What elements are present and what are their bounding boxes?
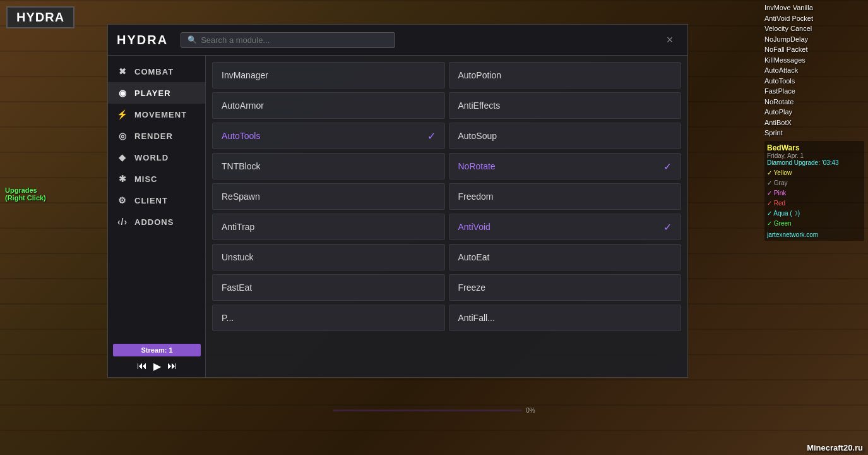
sidebar-item-render[interactable]: ◎RENDER: [108, 125, 205, 147]
module-item[interactable]: FastEat: [212, 274, 445, 301]
chat-line: AutoPlay: [764, 107, 864, 118]
stream-prev-button[interactable]: ⏮: [137, 360, 147, 372]
check-icon: ✓: [663, 161, 672, 173]
module-name: AntiTrap: [222, 222, 254, 232]
stream-next-button[interactable]: ⏭: [167, 360, 177, 372]
chat-line: AutoTools: [764, 76, 864, 87]
client-icon: ⚙: [117, 195, 128, 205]
module-item[interactable]: AntiTrap: [212, 214, 445, 240]
module-item[interactable]: Freeze: [449, 274, 682, 301]
right-hud: InvMove VanillaAntiVoid PocketVelocity C…: [761, 0, 868, 243]
module-item[interactable]: P...: [212, 305, 445, 331]
render-icon: ◎: [117, 131, 128, 141]
sidebar-item-label-client: CLIENT: [134, 196, 168, 205]
sidebar-item-label-player: PLAYER: [134, 88, 171, 98]
module-item[interactable]: ReSpawn: [212, 183, 445, 210]
chat-line: KillMessages: [764, 55, 864, 66]
module-item[interactable]: AutoArmor: [212, 92, 445, 119]
modules-content: InvManagerAutoPotionAutoArmorAntiEffects…: [206, 56, 687, 377]
chat-line: NoFall Packet: [764, 44, 864, 55]
sidebar-item-label-misc: MISC: [134, 174, 158, 184]
module-name: AutoSoup: [458, 131, 497, 141]
module-name: Freeze: [458, 282, 486, 293]
module-item[interactable]: NoRotate✓: [449, 153, 682, 179]
module-name: AntiFall...: [458, 313, 495, 323]
module-item[interactable]: AntiFall...: [449, 305, 682, 331]
hud-url: jartexnetwork.com: [767, 231, 862, 238]
module-item[interactable]: AutoSoup: [449, 123, 682, 149]
sidebar-item-world[interactable]: ◆WORLD: [108, 147, 205, 168]
sidebar-item-addons[interactable]: ‹/›ADDONS: [108, 211, 205, 233]
bottom-bar: 0%: [0, 408, 868, 412]
sidebar-item-misc[interactable]: ✱MISC: [108, 168, 205, 190]
close-button[interactable]: ×: [661, 31, 679, 49]
color-list-item: ✓ Yellow: [767, 168, 862, 178]
module-name: InvManager: [222, 70, 268, 80]
module-name: AutoTools: [222, 131, 260, 141]
sidebar-item-label-movement: MOVEMENT: [134, 110, 187, 119]
combat-icon: ✖: [117, 66, 128, 76]
stream-play-button[interactable]: ▶: [153, 360, 161, 372]
movement-icon: ⚡: [117, 109, 128, 119]
color-list-item: ✓ Red: [767, 198, 862, 209]
mc-watermark: Minecraft20.ru: [807, 443, 863, 452]
addons-icon: ‹/›: [117, 217, 128, 227]
module-item[interactable]: TNTBlock: [212, 153, 445, 179]
module-name: NoRotate: [458, 161, 496, 171]
sidebar-item-label-addons: ADDONS: [134, 217, 174, 227]
module-item[interactable]: InvManager: [212, 62, 445, 88]
panel-title: HYDRA: [117, 33, 168, 47]
module-item[interactable]: Freedom: [449, 183, 682, 210]
stream-controls: ⏮ ▶ ⏭: [113, 360, 201, 372]
progress-label: 0%: [526, 407, 535, 414]
module-name: AutoEat: [458, 252, 490, 262]
chat-line: InvMove Vanilla: [764, 3, 864, 13]
color-list-item: ✓ Green: [767, 219, 862, 229]
world-icon: ◆: [117, 152, 128, 162]
module-item[interactable]: Unstuck: [212, 244, 445, 270]
sidebar-item-client[interactable]: ⚙CLIENT: [108, 190, 205, 211]
stream-button[interactable]: Stream: 1: [113, 344, 201, 356]
module-item[interactable]: AutoTools✓: [212, 123, 445, 149]
sidebar: ✖COMBAT◉PLAYER⚡MOVEMENT◎RENDER◆WORLD✱MIS…: [108, 56, 206, 377]
panel-body: ✖COMBAT◉PLAYER⚡MOVEMENT◎RENDER◆WORLD✱MIS…: [108, 56, 687, 377]
chat-line: AntiVoid Pocket: [764, 13, 864, 24]
module-name: Unstuck: [222, 252, 254, 262]
module-name: P...: [222, 313, 234, 323]
sidebar-item-player[interactable]: ◉PLAYER: [108, 82, 205, 104]
chat-line: NoJumpDelay: [764, 34, 864, 45]
module-item[interactable]: AntiVoid✓: [449, 214, 682, 240]
progress-track: [333, 410, 522, 411]
hud-title: BedWars: [767, 143, 862, 152]
module-name: AntiVoid: [458, 222, 490, 232]
hud-box: BedWars Friday, Apr. 1 Diamond Upgrade: …: [764, 141, 864, 241]
left-hud: Upgrades (Right Click): [5, 186, 46, 202]
chat-line: Velocity Cancel: [764, 23, 864, 34]
upgrades-line2: (Right Click): [5, 194, 46, 202]
hydra-badge: HYDRA: [6, 6, 74, 28]
module-item[interactable]: AutoPotion: [449, 62, 682, 88]
chat-line: FastPlace: [764, 86, 864, 97]
modules-grid: InvManagerAutoPotionAutoArmorAntiEffects…: [212, 62, 681, 331]
sidebar-item-combat[interactable]: ✖COMBAT: [108, 61, 205, 82]
module-item[interactable]: AntiEffects: [449, 92, 682, 119]
chat-line: Sprint: [764, 128, 864, 138]
search-icon: 🔍: [187, 35, 197, 44]
module-item[interactable]: AutoEat: [449, 244, 682, 270]
player-icon: ◉: [117, 88, 128, 98]
check-icon: ✓: [427, 130, 436, 142]
search-input[interactable]: [201, 35, 388, 45]
module-name: AutoArmor: [222, 100, 264, 111]
color-list-item: ✓ Gray: [767, 178, 862, 188]
sidebar-item-movement[interactable]: ⚡MOVEMENT: [108, 104, 205, 125]
upgrade-label: Diamond Upgrade: '03:43: [767, 159, 862, 166]
panel-header: HYDRA 🔍 ×: [108, 25, 687, 56]
chat-line: AutoAttack: [764, 65, 864, 76]
module-name: FastEat: [222, 282, 252, 293]
search-box[interactable]: 🔍: [181, 32, 395, 48]
hud-date: Friday, Apr. 1: [767, 152, 862, 159]
main-panel: HYDRA 🔍 × ✖COMBAT◉PLAYER⚡MOVEMENT◎RENDER…: [107, 24, 688, 378]
sidebar-bottom: Stream: 1 ⏮ ▶ ⏭: [108, 339, 206, 377]
sidebar-item-label-world: WORLD: [134, 153, 169, 162]
module-name: Freedom: [458, 191, 494, 202]
